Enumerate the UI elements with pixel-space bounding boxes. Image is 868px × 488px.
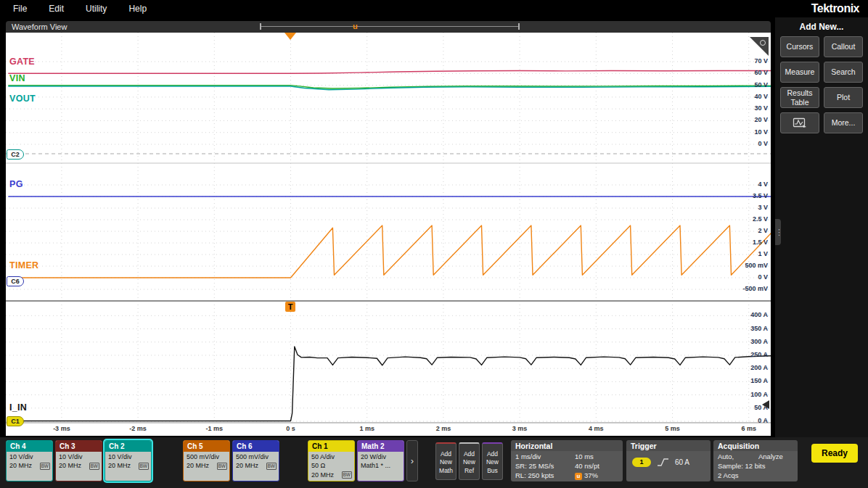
bandwidth-icon: BW [342, 471, 352, 479]
bandwidth-icon: BW [89, 463, 99, 470]
channel-setting: 500 mV/div [187, 452, 227, 461]
record-position-icon: u [575, 473, 582, 480]
horizontal-duration: 10 ms [575, 452, 620, 460]
trigger-source-badge[interactable]: T [285, 302, 295, 312]
vin-label[interactable]: VIN [9, 73, 25, 83]
gate-trace[interactable] [8, 71, 771, 74]
channel-badge-body: 10 V/div20 MHzBW [56, 452, 102, 471]
channel-setting: 20 MHzBW [108, 461, 149, 470]
waveform-view-header: Waveform View u [6, 21, 771, 33]
trigger-panel[interactable]: Trigger 1 60 A [626, 440, 711, 481]
c2-ground-marker[interactable]: C2 [7, 149, 24, 160]
channel-badge-ch-2[interactable]: Ch 210 V/div20 MHzBW [105, 440, 152, 481]
time-label: 1 ms [351, 425, 383, 432]
bandwidth-icon: BW [266, 463, 277, 470]
axis-label: 400 A [733, 311, 768, 318]
acquisition-panel[interactable]: Acquisition Auto, Analyze Sample: 12 bit… [713, 440, 798, 481]
trigger-level-icon[interactable] [762, 400, 769, 409]
menu-bar: File Edit Utility Help Tektronix [0, 0, 868, 17]
axis-label: 50 V [733, 81, 768, 88]
add-new-title: Add New... [775, 22, 868, 32]
channel-badge-body: 20 W/divMath1 * ... [358, 452, 404, 471]
more-button[interactable]: More... [824, 112, 863, 133]
record-bar-left-cap [260, 23, 261, 30]
c6-ground-marker[interactable]: C6 [7, 276, 24, 286]
channel-badge-ch-1[interactable]: Ch 150 A/div50 Ω20 MHzBW [308, 440, 355, 481]
menu-file[interactable]: File [13, 4, 27, 14]
menu-edit[interactable]: Edit [49, 4, 64, 14]
record-bar-right-cap [518, 23, 520, 30]
channel-setting: 20 MHzBW [59, 461, 99, 470]
axis-label: 60 V [733, 69, 768, 76]
pg-label[interactable]: PG [9, 179, 23, 189]
acquisition-analyze: Analyze [758, 452, 795, 460]
analysis-tool-button[interactable] [780, 112, 819, 133]
axis-label: 300 A [733, 338, 768, 345]
channel-badge-ch-6[interactable]: Ch 6500 mV/div20 MHzBW [232, 440, 279, 481]
i_in-trace[interactable] [8, 347, 771, 421]
menu-help[interactable]: Help [128, 4, 147, 14]
channel-badge-math-2[interactable]: Math 220 W/divMath1 * ... [357, 440, 404, 481]
axis-label: 10 V [733, 128, 768, 136]
time-label: -2 ms [122, 425, 154, 432]
axis-label: 3.5 V [733, 192, 768, 199]
channel-badge-ch-4[interactable]: Ch 410 V/div20 MHzBW [6, 440, 53, 481]
time-label: 0 s [275, 425, 307, 432]
axis-label: 0 V [733, 273, 768, 281]
c1-ground-marker[interactable]: C1 [7, 416, 24, 426]
add-new-bus-button[interactable]: Add New Bus [482, 442, 503, 480]
channel-badge-ch-5[interactable]: Ch 5500 mV/div20 MHzBW [183, 440, 230, 481]
vout-label[interactable]: VOUT [9, 94, 36, 104]
horizontal-panel[interactable]: Horizontal 1 ms/div 10 ms SR: 25 MS/s 40… [511, 440, 623, 481]
channel-badge-body: 500 mV/div20 MHzBW [233, 452, 279, 471]
plot-button[interactable]: Plot [824, 87, 863, 108]
channel-setting: 50 Ω [311, 461, 352, 470]
axis-label: 2 V [733, 227, 768, 234]
add-new-ref-button[interactable]: Add New Ref [459, 442, 480, 480]
results-panel-handle[interactable]: ⋮ [775, 219, 781, 245]
trigger-level-value: 60 A [675, 458, 689, 466]
axis-label: 150 A [733, 377, 768, 384]
app-root: File Edit Utility Help Tektronix Wavefor… [0, 0, 868, 488]
i_in-label[interactable]: I_IN [9, 402, 27, 413]
search-button[interactable]: Search [824, 62, 863, 83]
timer-label[interactable]: TIMER [9, 260, 38, 270]
menu-utility[interactable]: Utility [86, 4, 107, 14]
channel-setting: 20 W/div [361, 452, 401, 461]
record-u-marker[interactable]: u [353, 22, 358, 30]
bandwidth-icon: BW [40, 463, 50, 470]
axis-label: 200 A [733, 364, 768, 371]
measure-button[interactable]: Measure [780, 62, 819, 83]
axis-label: 500 mV [733, 262, 768, 269]
horizontal-scale: 1 ms/div [515, 452, 575, 460]
analysis-tool-icon [793, 117, 807, 129]
channel-badge-body: 500 mV/div20 MHzBW [184, 452, 229, 471]
waveform-canvas[interactable] [6, 33, 771, 436]
record-position-bar[interactable]: u [260, 21, 520, 33]
axis-label: 30 V [733, 104, 768, 112]
rising-edge-icon [657, 457, 669, 467]
acquisition-title: Acquisition [713, 440, 798, 451]
tektronix-logo: Tektronix [811, 2, 859, 15]
axis-label: 1.5 V [733, 239, 768, 246]
expand-badges-button[interactable]: › [406, 440, 418, 481]
channel-badge-ch-3[interactable]: Ch 310 V/div20 MHzBW [55, 440, 102, 481]
axis-label: 20 V [733, 116, 768, 123]
callout-button[interactable]: Callout [824, 36, 863, 57]
add-new-math-button[interactable]: Add New Math [435, 442, 456, 480]
channel-setting: 50 A/div [311, 452, 352, 461]
magnifier-icon [760, 40, 766, 46]
acquisition-count: 2 Acqs [718, 471, 795, 479]
zoom-box-icon[interactable] [750, 37, 769, 56]
channel-badge-body: 50 A/div50 Ω20 MHzBW [308, 452, 354, 479]
channel-badge-header: Math 2 [358, 441, 404, 452]
channel-setting: 20 MHzBW [187, 461, 227, 470]
axis-label: 1 V [733, 250, 768, 257]
waveform-plot[interactable]: 70 V60 V50 V40 V30 V20 V10 V0 V4 V3.5 V3… [6, 33, 771, 436]
gate-label[interactable]: GATE [9, 57, 35, 67]
timer-trace[interactable] [8, 226, 771, 278]
cursors-button[interactable]: Cursors [780, 36, 819, 57]
trigger-position-icon[interactable] [284, 33, 296, 40]
results-table-button[interactable]: Results Table [780, 87, 819, 108]
channel-setting: 10 V/div [59, 452, 99, 461]
